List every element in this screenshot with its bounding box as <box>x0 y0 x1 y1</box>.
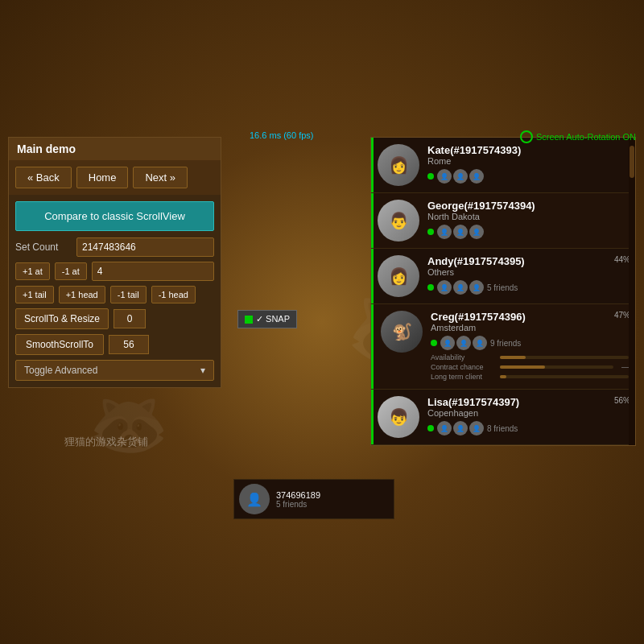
snap-bar: ✓ SNAP <box>237 310 297 328</box>
contact-info-creg: Creg(#1917574396) Amsterdam 👤 👤 👤 9 frie… <box>431 311 629 382</box>
watermark-text-1: 狸猫的游戏杂货铺 <box>64 435 148 449</box>
compare-button[interactable]: Compare to classic ScrollView <box>15 201 214 231</box>
smooth-scroll-input[interactable] <box>109 335 149 354</box>
panel-nav: « Back Home Next » <box>9 160 221 195</box>
mini-avatar-l3: 👤 <box>469 421 484 436</box>
contract-track <box>500 365 613 369</box>
availability-row: Availability <box>431 353 629 361</box>
mini-avatar-a2: 👤 <box>453 280 468 295</box>
contact-info-lisa: Lisa(#1917574397) Copenhagen 👤 👤 👤 8 fri… <box>427 396 629 438</box>
availability-track <box>500 356 629 359</box>
contact-item-andy[interactable]: 👩 Andy(#1917574395) Others 👤 👤 👤 5 frien… <box>371 249 635 304</box>
longterm-row: Long term client <box>431 373 629 381</box>
partial-contact-item: 👤 374696189 5 friends <box>233 479 394 519</box>
contact-name-creg: Creg(#1917574396) <box>431 311 629 323</box>
set-count-input[interactable] <box>76 237 214 257</box>
contact-item-george[interactable]: 👨 George(#1917574394) North Dakota 👤 👤 👤 <box>371 193 635 249</box>
mini-avatar-g1: 👤 <box>437 225 452 239</box>
contact-item-creg[interactable]: 🐒 Creg(#1917574396) Amsterdam 👤 👤 👤 9 fr… <box>371 304 635 390</box>
friends-count-creg: 9 friends <box>490 339 521 348</box>
contact-info-andy: Andy(#1917574395) Others 👤 👤 👤 5 friends <box>427 255 629 297</box>
contract-fill <box>500 365 545 369</box>
mini-avatar-g2: 👤 <box>453 225 468 239</box>
plus1head-button[interactable]: +1 head <box>59 286 105 303</box>
mini-avatars-creg: 👤 👤 👤 <box>440 336 487 350</box>
detail-bars-creg: Availability Contract chance — Long te <box>431 353 629 381</box>
friends-count-lisa: 8 friends <box>487 424 518 433</box>
status-dot-kate <box>427 173 434 180</box>
mini-avatar-3: 👤 <box>469 169 484 184</box>
mini-avatar-g3: 👤 <box>469 225 484 239</box>
longterm-label: Long term client <box>431 373 495 381</box>
contract-label: Contract chance <box>431 363 495 371</box>
scroll-thumb <box>630 146 634 178</box>
tail-head-row: +1 tail +1 head -1 tail -1 head <box>15 286 214 303</box>
contact-name-george: George(#1917574394) <box>427 200 629 212</box>
next-button[interactable]: Next » <box>133 167 188 188</box>
contact-name-lisa: Lisa(#1917574397) <box>427 396 629 408</box>
contact-location-lisa: Copenhagen <box>427 408 629 418</box>
mini-avatar-a1: 👤 <box>437 280 452 295</box>
main-panel: Main demo « Back Home Next » Compare to … <box>8 137 221 388</box>
minus1at-button[interactable]: -1 at <box>55 262 87 280</box>
plus1tail-button[interactable]: +1 tail <box>15 286 54 303</box>
avatar-kate: 👩 <box>378 144 419 186</box>
minus1head-button[interactable]: -1 head <box>151 286 196 303</box>
contact-item-kate[interactable]: 👩 Kate(#1917574393) Rome 👤 👤 👤 <box>371 138 635 193</box>
avatar-lisa: 👦 <box>378 396 419 438</box>
mini-avatar-c1: 👤 <box>440 336 455 350</box>
mini-avatars-george: 👤 👤 👤 <box>437 225 484 239</box>
scroll-resize-row: ScrollTo & Resize <box>15 308 214 329</box>
mini-avatar-a3: 👤 <box>469 280 484 295</box>
mini-avatar-2: 👤 <box>453 169 468 184</box>
auto-rotation-indicator: Screen Auto-Rotation ON <box>520 130 636 143</box>
auto-rotation-label: Screen Auto-Rotation ON <box>536 132 636 142</box>
status-bar-kate <box>371 138 374 192</box>
status-bar-lisa <box>371 390 374 444</box>
status-dot-creg <box>431 340 437 346</box>
scroll-resize-button[interactable]: ScrollTo & Resize <box>15 308 109 329</box>
mini-avatar-l1: 👤 <box>437 421 452 436</box>
snap-label: ✓ SNAP <box>256 314 290 324</box>
at-value-input[interactable] <box>92 262 214 281</box>
snap-check-icon <box>245 316 253 324</box>
contact-percent-andy: 44% <box>614 255 630 264</box>
contact-location-andy: Others <box>427 267 629 277</box>
toggle-advanced-button[interactable]: Toggle Advanced ▾ <box>15 360 214 381</box>
friends-count-andy: 5 friends <box>487 283 518 292</box>
fps-counter: 16.6 ms (60 fps) <box>250 130 313 140</box>
partial-contact-id: 374696189 <box>276 490 320 500</box>
minus1tail-button[interactable]: -1 tail <box>110 286 147 303</box>
longterm-fill <box>500 375 506 378</box>
contacts-scrollbar[interactable] <box>629 138 635 445</box>
mini-avatar-l2: 👤 <box>453 421 468 436</box>
set-count-row: Set Count <box>15 237 214 257</box>
plus1at-button[interactable]: +1 at <box>15 262 50 280</box>
mini-avatars-andy: 👤 👤 👤 <box>437 280 484 295</box>
availability-label: Availability <box>431 353 495 361</box>
toggle-advanced-label: Toggle Advanced <box>24 365 97 376</box>
contact-name-andy: Andy(#1917574395) <box>427 255 629 267</box>
rotation-icon <box>520 130 533 143</box>
contact-status-george: 👤 👤 👤 <box>427 225 629 239</box>
back-button[interactable]: « Back <box>15 167 72 188</box>
smooth-scroll-button[interactable]: SmoothScrollTo <box>15 334 104 355</box>
partial-contact-info: 374696189 5 friends <box>276 490 320 509</box>
contact-name-kate: Kate(#1917574393) <box>427 144 629 156</box>
contact-status-lisa: 👤 👤 👤 8 friends <box>427 421 629 436</box>
home-button[interactable]: Home <box>76 167 129 188</box>
scroll-resize-input[interactable] <box>114 309 146 328</box>
contract-equals: — <box>621 363 629 371</box>
contact-status-andy: 👤 👤 👤 5 friends <box>427 280 629 295</box>
avatar-george: 👨 <box>378 200 419 242</box>
contact-info-kate: Kate(#1917574393) Rome 👤 👤 👤 <box>427 144 629 186</box>
status-bar-creg <box>371 304 374 389</box>
partial-avatar: 👤 <box>239 484 270 514</box>
panel-body: Compare to classic ScrollView Set Count … <box>9 195 221 387</box>
partial-contact-friends: 5 friends <box>276 500 320 509</box>
smooth-scroll-row: SmoothScrollTo <box>15 334 214 355</box>
contract-row: Contract chance — <box>431 363 629 371</box>
status-dot-andy <box>427 284 434 291</box>
contacts-panel: 👩 Kate(#1917574393) Rome 👤 👤 👤 👨 George(… <box>370 137 636 446</box>
contact-item-lisa[interactable]: 👦 Lisa(#1917574397) Copenhagen 👤 👤 👤 8 f… <box>371 390 635 445</box>
